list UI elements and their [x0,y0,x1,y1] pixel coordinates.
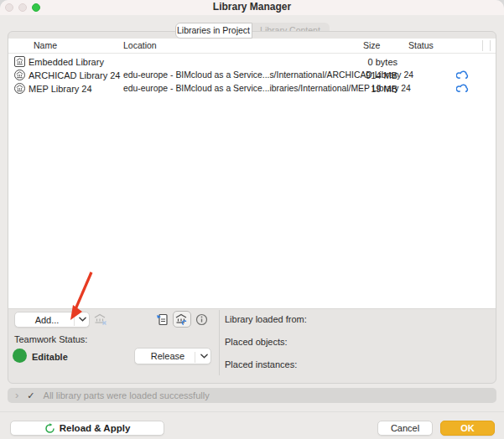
column-divider [490,40,491,51]
column-header-size[interactable]: Size [363,39,380,53]
teamwork-status-label: Teamwork Status: [14,334,87,344]
library-name: Embedded Library [29,56,104,68]
embedded-library-icon [14,56,25,67]
embed-library-part-button[interactable] [153,311,171,328]
header-divider [8,53,496,54]
editable-status-icon [13,349,27,363]
disclosure-chevron-icon[interactable]: › [15,389,18,402]
library-manager-dialog: Library Manager Libraries in Project Lib… [0,0,504,439]
add-library-button[interactable]: Add... [14,312,90,328]
library-sync-icon [175,313,189,326]
column-header-location[interactable]: Location [123,39,157,53]
cancel-label: Cancel [391,423,419,433]
controls-divider [219,310,220,375]
table-row-embedded-library[interactable]: Embedded Library 0 bytes [8,55,496,69]
table-row-mep-library[interactable]: MEP Library 24 edu-europe - BIMcloud as … [8,82,496,96]
release-button-label: Release [151,351,184,361]
cancel-button[interactable]: Cancel [377,421,433,436]
info-icon [195,313,208,326]
column-header-status[interactable]: Status [408,39,434,53]
library-loaded-from-label: Library loaded from: [225,314,307,324]
reload-apply-label: Reload & Apply [60,423,131,433]
add-button-label: Add... [35,315,60,325]
title-bar: Library Manager [0,0,504,15]
status-message: All library parts were loaded successful… [44,390,210,400]
window-title: Library Manager [0,1,504,13]
column-header-name[interactable]: Name [34,39,57,53]
library-size: 19 MB [325,83,397,95]
table-row-archicad-library[interactable]: ARCHICAD Library 24 edu-europe - BIMclou… [8,69,496,82]
ok-button[interactable]: OK [440,421,495,436]
library-name: MEP Library 24 [29,83,92,95]
library-list[interactable]: Name Location Size Status Embedded Libra… [8,39,496,309]
status-message-bar[interactable]: › ✓ All library parts were loaded succes… [8,388,496,403]
button-divider [195,352,195,363]
checkmark-icon: ✓ [27,390,34,401]
library-name: ARCHICAD Library 24 [29,70,120,81]
chevron-down-icon [200,354,208,359]
cloud-sync-icon [456,70,470,81]
ok-label: OK [460,423,475,433]
reload-apply-button[interactable]: Reload & Apply [10,421,164,436]
cloud-sync-icon [456,83,470,95]
footer-divider [0,411,504,412]
chevron-down-icon [79,317,86,323]
library-info-button[interactable] [193,311,210,328]
library-sync-button[interactable] [173,311,191,328]
release-button[interactable]: Release [134,348,211,364]
column-divider [482,40,483,51]
library-size: 0 bytes [325,56,397,68]
reload-icon [44,423,55,434]
library-size: 914 MB [325,70,397,81]
remove-library-button [91,312,110,328]
placed-objects-label: Placed objects: [225,337,288,347]
button-divider [74,315,75,326]
teamwork-status-value: Editable [32,352,68,362]
remove-library-icon [94,313,107,326]
tab-libraries-in-project[interactable]: Libraries in Project [175,23,252,39]
placed-instances-label: Placed instances: [225,359,297,369]
library-icon [14,70,25,80]
document-arrow-icon [157,313,168,326]
library-icon [14,83,25,94]
